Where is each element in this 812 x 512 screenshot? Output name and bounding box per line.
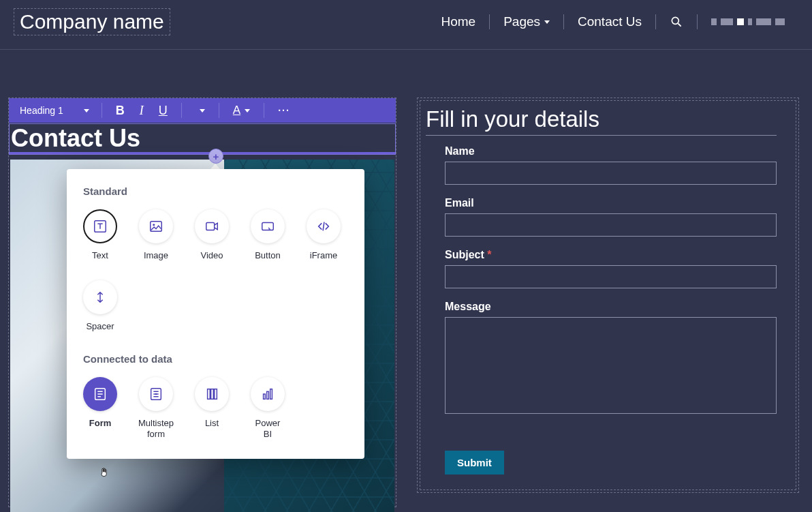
page-heading[interactable]: Contact Us [10,124,395,154]
input-subject[interactable] [445,265,777,288]
submit-button[interactable]: Submit [445,451,504,475]
company-name[interactable]: Company name [14,8,170,35]
heading-editor[interactable]: Contact Us [9,123,396,155]
search-icon [670,15,683,29]
picker-iframe[interactable]: iFrame [307,209,341,261]
label-message: Message [445,301,777,313]
picker-section-standard: Standard [83,185,348,197]
nav-contact[interactable]: Contact Us [564,14,655,29]
field-email: Email [445,197,777,237]
picker-form[interactable]: Form [83,377,117,440]
field-subject: Subject * [445,249,777,288]
picker-list[interactable]: List [195,377,229,440]
nav-home[interactable]: Home [427,14,489,29]
code-icon [316,219,331,234]
text-toolbar: Heading 1 B I U A ··· [9,98,396,123]
field-message: Message [445,301,777,417]
picker-multistep-form[interactable]: Multistep form [139,377,173,440]
underline-button[interactable]: U [153,101,173,121]
picker-text[interactable]: Text [83,209,117,261]
field-name: Name [445,145,777,185]
form-title: Fill in your details [426,106,777,136]
style-dropdown[interactable]: Heading 1 [16,105,93,116]
spacer-icon [93,290,108,305]
input-name[interactable] [445,162,777,185]
italic-button[interactable]: I [134,101,149,121]
social-links[interactable] [698,18,798,25]
input-email[interactable] [445,213,777,237]
popover-caret [210,164,220,169]
form-icon [93,387,108,402]
picker-image[interactable]: Image [139,209,173,261]
bold-button[interactable]: B [110,101,130,121]
top-nav: Home Pages Contact Us [427,14,798,29]
chevron-down-icon [84,109,89,112]
picker-spacer[interactable]: Spacer [83,280,117,332]
content-block-right: Fill in your details Name Email Subject … [417,97,799,493]
multistep-form-icon [149,387,163,402]
chevron-down-icon [245,109,250,112]
video-icon [204,219,219,234]
search-button[interactable] [656,15,697,29]
picker-powerbi[interactable]: Power BI [251,377,285,440]
label-name: Name [445,145,777,157]
text-icon [93,219,108,234]
insert-component-button[interactable] [208,149,223,164]
picker-section-connected: Connected to data [83,353,348,365]
button-icon [260,219,275,234]
required-marker: * [487,249,491,260]
chart-icon [260,387,275,402]
content-block-left: Heading 1 B I U A ··· Contact Us [8,97,396,507]
font-color-button[interactable]: A [228,101,255,120]
picker-button[interactable]: Button [251,209,285,261]
input-message[interactable] [445,317,777,414]
list-icon [204,387,219,402]
nav-pages[interactable]: Pages [490,14,563,29]
label-email: Email [445,197,777,209]
picker-video[interactable]: Video [195,209,229,261]
style-dropdown-label: Heading 1 [20,105,63,116]
image-icon [149,219,163,234]
label-subject: Subject * [445,249,777,261]
chevron-down-icon [200,109,205,112]
more-button[interactable]: ··· [272,102,296,119]
nav-pages-label: Pages [503,14,540,29]
component-picker: Standard Text Image Video Button [67,169,364,459]
chevron-down-icon [544,20,550,24]
align-button[interactable] [190,106,210,115]
